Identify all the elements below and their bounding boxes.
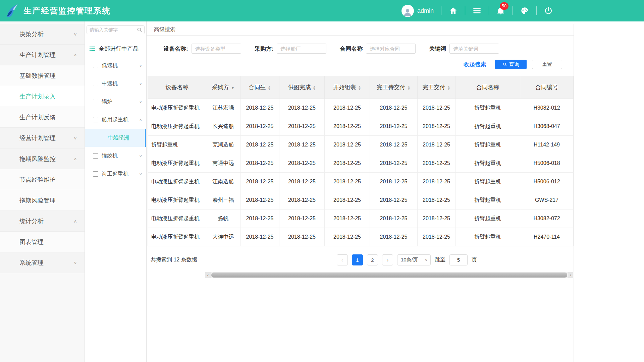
table-header-row: 设备名称 采购方 合同生 供图完成 开始组装 完工待交付 完工交付 合同名称 合… <box>148 76 574 99</box>
table-row[interactable]: 电动液压折臂起重机泰州三福2018-12-252018-12-252018-12… <box>148 191 574 209</box>
collapse-search-link[interactable]: 收起搜索 <box>464 61 486 68</box>
sort-icon[interactable] <box>358 85 361 90</box>
tree-item-low-speed-engine[interactable]: 低速机 ∨ <box>85 56 146 74</box>
query-button[interactable]: 查询 <box>495 60 527 69</box>
tree-item-medium-speed-engine[interactable]: 中速机 ∨ <box>85 74 146 93</box>
table-row[interactable]: 电动液压折臂起重机长兴造船2018-12-252018-12-252018-12… <box>148 117 574 136</box>
username: admin <box>417 7 434 14</box>
table-row[interactable]: 折臂起重机芜湖造船2018-12-252018-12-252018-12-252… <box>148 136 574 154</box>
chevron-down-icon[interactable]: ∨ <box>139 100 142 104</box>
sort-icon[interactable] <box>447 85 450 90</box>
sidebar-item-delay-risk-monitor[interactable]: 拖期风险监控 ∧ <box>0 148 85 169</box>
jump-unit-label: 页 <box>472 256 477 263</box>
table-row[interactable]: 电动液压折臂起重机扬帆2018-12-252018-12-252018-12-2… <box>148 209 574 228</box>
col-purchaser[interactable]: 采购方 <box>206 76 240 99</box>
tree-item-boiler[interactable]: 锅炉 ∨ <box>85 93 146 111</box>
sidebar-item-chart-mgmt[interactable]: 图表管理 <box>0 232 85 252</box>
next-page-button[interactable]: › <box>382 254 393 265</box>
contract-input[interactable] <box>366 44 416 54</box>
home-button[interactable] <box>441 6 465 15</box>
results-table: 设备名称 采购方 合同生 供图完成 开始组装 完工待交付 完工交付 合同名称 合… <box>148 76 574 246</box>
table-body: 电动液压折臂起重机江苏宏强2018-12-252018-12-252018-12… <box>148 99 574 246</box>
search-icon[interactable] <box>137 27 143 33</box>
sidebar-item-delay-risk-mgmt[interactable]: 拖期风险管理 <box>0 190 85 211</box>
logout-button[interactable] <box>537 6 560 15</box>
tree-item-label: 锅炉 <box>102 98 112 105</box>
notifications-button[interactable]: 50 <box>489 6 513 15</box>
sidebar-item-decision-analysis[interactable]: 决策分析 ∨ <box>0 24 85 45</box>
sidebar-item-label: 生产计划录入 <box>19 93 56 101</box>
jump-page-input[interactable] <box>449 254 468 265</box>
table-cell: 2018-12-25 <box>418 191 455 209</box>
table-cell: H5006-018 <box>520 154 574 173</box>
sidebar-item-system-mgmt[interactable]: 系统管理 ∨ <box>0 252 85 273</box>
sidebar-item-node-experience[interactable]: 节点经验维护 <box>0 169 85 190</box>
chevron-down-icon: ∨ <box>73 260 77 265</box>
page-button-1[interactable]: 1 <box>352 254 363 265</box>
col-contract-effective[interactable]: 合同生 <box>240 76 279 99</box>
page-button-2[interactable]: 2 <box>367 254 378 265</box>
col-delivered[interactable]: 完工交付 <box>418 76 455 99</box>
hamburger-icon <box>473 6 481 15</box>
main-content: 高级搜索 设备名称: 采购方: 合同名称 关键词 <box>147 24 574 362</box>
table-cell: 2018-12-25 <box>240 99 279 117</box>
table-cell: 2018-12-25 <box>370 136 418 154</box>
table-cell: 2018-12-25 <box>370 228 418 246</box>
tree-root-item[interactable]: 全部进行中产品 <box>85 41 146 56</box>
horizontal-scrollbar[interactable]: ‹ › <box>205 272 573 278</box>
column-label: 开始组装 <box>333 84 356 90</box>
user-menu[interactable]: admin <box>394 5 441 17</box>
tree-item-anchor-windlass[interactable]: 锚绞机 ∨ <box>85 147 146 165</box>
menu-toggle-button[interactable] <box>465 6 489 15</box>
table-row[interactable]: 电动液压折臂起重机大连中远2018-12-252018-12-252018-12… <box>148 228 574 246</box>
chevron-down-icon[interactable]: ∨ <box>139 63 142 67</box>
sidebar-item-statistics[interactable]: 统计分析 ∧ <box>0 211 85 232</box>
page-size-select[interactable]: 10条/页 <box>397 254 431 265</box>
shipyard-input[interactable] <box>277 44 326 54</box>
table-cell: 2018-12-25 <box>325 136 370 154</box>
col-awaiting-delivery[interactable]: 完工待交付 <box>370 76 418 99</box>
sort-icon[interactable] <box>408 85 411 90</box>
col-contract-no: 合同编号 <box>520 76 574 99</box>
sidebar-item-basic-data-mgmt[interactable]: 基础数据管理 <box>0 65 85 86</box>
chevron-down-icon[interactable]: ∨ <box>139 81 142 85</box>
table-cell: 2018-12-25 <box>325 99 370 117</box>
sidebar-item-plan-entry[interactable]: 生产计划录入 <box>0 86 85 107</box>
sidebar-item-production-plan-mgmt[interactable]: 生产计划管理 ∧ <box>0 45 85 65</box>
chevron-down-icon[interactable]: ∨ <box>139 154 142 158</box>
scroll-thumb[interactable] <box>211 273 567 278</box>
device-type-input[interactable] <box>192 44 241 54</box>
chevron-down-icon[interactable]: ∨ <box>139 172 142 176</box>
result-count-text: 共搜索到 12 条数据 <box>151 256 197 263</box>
search-actions: 收起搜索 查询 重置 <box>147 54 574 76</box>
table-cell: 2018-12-25 <box>370 117 418 136</box>
table-row[interactable]: 电动液压折臂起重机南通中远2018-12-252018-12-252018-12… <box>148 154 574 173</box>
table-cell: 长兴造船 <box>206 117 240 136</box>
filter-icon[interactable] <box>229 84 234 90</box>
table-cell: 2018-12-25 <box>279 173 325 191</box>
column-label: 采购方 <box>212 84 229 90</box>
tree-item-marine-crane[interactable]: 船用起重机 ∧ <box>85 111 146 129</box>
tree-search-input[interactable] <box>87 25 145 34</box>
sidebar-item-plan-feedback[interactable]: 生产计划反馈 <box>0 107 85 128</box>
home-icon <box>449 6 458 15</box>
col-drawing-complete[interactable]: 供图完成 <box>279 76 325 99</box>
table-row[interactable]: 电动液压折臂起重机江苏宏强2018-12-252018-12-252018-12… <box>148 99 574 117</box>
prev-page-button[interactable]: ‹ <box>337 254 348 265</box>
list-icon <box>89 46 96 52</box>
table-row[interactable]: 电动液压折臂起重机江南造船2018-12-252018-12-252018-12… <box>148 173 574 191</box>
sidebar-item-operation-plan-mgmt[interactable]: 经营计划管理 ∨ <box>0 128 85 148</box>
scroll-left-arrow[interactable]: ‹ <box>205 272 211 278</box>
tree-item-zhongchuan-lvzhou[interactable]: 中船绿洲 <box>85 129 146 147</box>
sort-icon[interactable] <box>268 85 271 90</box>
reset-button[interactable]: 重置 <box>532 60 562 69</box>
theme-button[interactable] <box>513 6 536 15</box>
tree-item-label: 中速机 <box>102 80 118 87</box>
table-cell: 南通中远 <box>206 154 240 173</box>
scroll-right-arrow[interactable]: › <box>568 272 573 278</box>
sort-icon[interactable] <box>313 85 316 90</box>
keyword-input[interactable] <box>449 44 499 54</box>
chevron-up-icon[interactable]: ∧ <box>139 118 142 122</box>
tree-item-offshore-crane[interactable]: 海工起重机 ∨ <box>85 165 146 183</box>
col-assembly-start[interactable]: 开始组装 <box>325 76 370 99</box>
